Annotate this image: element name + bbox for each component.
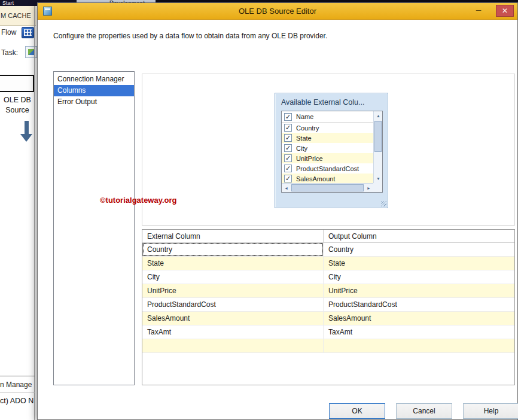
dialog-title: OLE DB Source Editor [38,7,517,16]
dataflow-arrow-icon[interactable] [25,121,29,135]
dialog-description: Configure the properties used by a data … [53,32,327,40]
column-checkbox[interactable]: ✓ [284,175,292,182]
available-column-row[interactable]: ✓ ProductStandardCost [282,163,373,174]
available-columns-header[interactable]: ✓ Name [282,111,373,123]
help-button[interactable]: Help [463,403,518,419]
output-column-cell[interactable]: Country [324,243,514,256]
available-panel-title: Available External Colu... [281,98,364,106]
external-column-cell[interactable]: ProductStandardCost [142,298,324,311]
external-column-cell[interactable]: TaxAmt [142,325,324,339]
connection-manager-item-label[interactable]: ct) ADO N [0,397,33,405]
column-checkbox[interactable]: ✓ [284,144,292,152]
column-checkbox[interactable]: ✓ [284,154,292,162]
external-column-cell[interactable]: SalesAmount [142,312,324,325]
available-external-columns-panel[interactable]: Available External Colu... ✓ Name ✓ Coun… [275,93,388,208]
column-name-label: City [296,145,307,152]
mapping-row[interactable]: City City [142,270,514,284]
available-columns-body: ✓ Name ✓ Country ✓ State ✓ City [282,111,373,183]
task-icon[interactable] [25,46,37,58]
mapping-table-header: External Column Output Column [142,230,514,243]
external-column-cell[interactable]: UnitPrice [142,284,324,297]
dialog-titlebar[interactable]: OLE DB Source Editor ─ ✕ [38,3,517,20]
mapping-row[interactable]: SalesAmount SalesAmount [142,312,514,325]
nav-item-connection-manager[interactable]: Connection Manager [54,74,134,85]
horizontal-scrollbar[interactable]: ◄ ► [282,183,373,192]
ole-db-source-component-caption[interactable]: OLE DB Source [0,95,35,115]
minimize-button[interactable]: ─ [471,5,486,17]
output-column-cell[interactable]: State [324,257,514,270]
vertical-scroll-thumb[interactable] [374,121,382,152]
panel-border [34,6,35,420]
output-column-cell[interactable]: City [324,270,514,284]
external-column-cell[interactable]: Country [142,243,324,256]
column-name-label: ProductStandardCost [296,165,359,172]
scroll-down-icon[interactable]: ▼ [374,174,383,183]
mapping-row-empty[interactable] [142,339,514,353]
dataflow-arrow-head-icon [20,134,32,142]
cancel-button[interactable]: Cancel [396,403,452,419]
column-checkbox[interactable]: ✓ [284,124,292,132]
flow-label: Flow [1,28,16,36]
start-button-label[interactable]: Start [2,0,14,6]
column-mapping-table: External Column Output Column Country Co… [142,229,515,385]
available-column-row[interactable]: ✓ SalesAmount [282,174,373,183]
watermark-text: ©tutorialgateway.org [100,196,177,205]
mapping-row[interactable]: Country Country [142,243,514,257]
vertical-scrollbar[interactable]: ▲ ▼ [373,111,382,183]
output-column-cell[interactable]: UnitPrice [324,284,514,297]
available-columns-list: ✓ Name ✓ Country ✓ State ✓ City [281,111,383,193]
column-name-label: UnitPrice [296,155,323,162]
ole-db-source-editor-dialog: OLE DB Source Editor ─ ✕ Configure the p… [37,2,518,420]
horizontal-scroll-thumb[interactable] [291,184,364,191]
column-checkbox[interactable]: ✓ [284,134,292,142]
external-column-cell[interactable]: City [142,270,324,284]
mapping-row[interactable]: ProductStandardCost ProductStandardCost [142,298,514,312]
available-column-row[interactable]: ✓ City [282,143,373,153]
ok-button[interactable]: OK [329,403,385,419]
output-column-cell[interactable] [324,339,514,352]
scroll-right-icon[interactable]: ► [364,184,373,193]
connection-managers-pane-label: n Manage [0,381,32,389]
screen: Start Development M CACHE Flow Task: OLE… [0,0,518,420]
panel-divider [0,376,35,376]
resize-grip-icon[interactable] [381,201,386,206]
external-column-cell[interactable] [142,339,324,352]
nav-item-columns[interactable]: Columns [54,85,134,96]
close-button[interactable]: ✕ [496,5,514,17]
component-selection-box[interactable] [0,75,34,92]
output-column-header[interactable]: Output Column [324,230,514,242]
output-column-cell[interactable]: TaxAmt [324,325,514,339]
select-all-checkbox[interactable]: ✓ [284,113,292,121]
nav-item-error-output[interactable]: Error Output [54,96,134,108]
grid-glyph [24,29,32,36]
name-header-label: Name [296,113,313,120]
caption-line-1: OLE DB [0,95,35,105]
output-column-cell[interactable]: SalesAmount [324,312,514,325]
scroll-left-icon[interactable]: ◄ [282,184,291,193]
external-column-cell[interactable]: State [142,257,324,270]
task-glyph [28,49,34,55]
caption-line-2: Source [0,105,35,115]
mapping-row[interactable]: TaxAmt TaxAmt [142,325,514,339]
mapping-row[interactable]: State State [142,257,514,270]
column-name-label: Country [296,124,319,132]
mapping-row[interactable]: UnitPrice UnitPrice [142,284,514,298]
toolbox-fragment: M CACHE [0,6,36,26]
scroll-up-icon[interactable]: ▲ [374,111,383,120]
panel-divider-2 [0,392,35,393]
scrollbar-corner [373,183,382,192]
toolbox-item-label[interactable]: M CACHE [1,12,31,19]
properties-nav-list: Connection Manager Columns Error Output [53,71,135,385]
data-flow-icon[interactable] [22,27,34,38]
column-name-label: SalesAmount [296,175,335,182]
output-column-cell[interactable]: ProductStandardCost [324,298,514,311]
column-name-label: State [296,135,312,142]
available-column-row[interactable]: ✓ UnitPrice [282,153,373,163]
column-checkbox[interactable]: ✓ [284,165,292,172]
available-column-row[interactable]: ✓ State [282,133,373,143]
external-column-header[interactable]: External Column [142,230,324,242]
task-label: Task: [1,48,18,57]
available-column-row[interactable]: ✓ Country [282,123,373,133]
